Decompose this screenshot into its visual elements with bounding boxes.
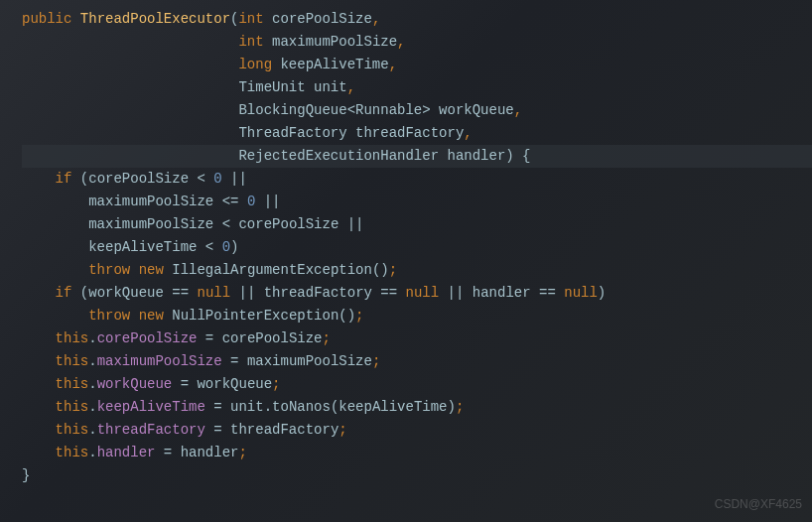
param: corePoolSize: [272, 11, 372, 27]
keyword-int: int: [238, 34, 263, 50]
field: corePoolSize: [97, 330, 198, 346]
type: ThreadFactory: [238, 125, 346, 141]
field: workQueue: [97, 376, 173, 392]
param: maximumPoolSize: [272, 34, 397, 50]
keyword-this: this: [56, 422, 89, 438]
keyword-if: if: [56, 171, 72, 187]
keyword-this: this: [56, 376, 89, 392]
keyword-public: public: [22, 11, 71, 27]
type: RejectedExecutionHandler: [238, 148, 439, 164]
number: 0: [213, 171, 221, 187]
keyword-null: null: [406, 285, 440, 301]
var: corePoolSize: [222, 330, 323, 346]
var: threadFactory: [264, 285, 372, 301]
keyword-throw: throw: [88, 262, 130, 278]
var: handler: [181, 445, 239, 460]
number: 0: [222, 239, 230, 255]
param: keepAliveTime: [280, 57, 388, 72]
keyword-int: int: [238, 11, 263, 27]
var: maximumPoolSize: [247, 353, 372, 369]
type: TimeUnit: [238, 79, 305, 95]
var: threadFactory: [230, 422, 338, 438]
keyword-throw: throw: [88, 308, 130, 324]
keyword-this: this: [56, 445, 89, 460]
param: workQueue: [439, 102, 514, 118]
param: threadFactory: [355, 125, 464, 141]
keyword-this: this: [56, 353, 89, 369]
code-block: public ThreadPoolExecutor(int corePoolSi…: [22, 8, 812, 487]
var: keepAliveTime: [338, 399, 447, 415]
keyword-new: new: [139, 308, 164, 324]
var: unit: [230, 399, 264, 415]
type: Runnable: [355, 102, 422, 118]
keyword-this: this: [56, 330, 89, 346]
param: handler: [447, 148, 505, 164]
var: maximumPoolSize: [88, 194, 213, 209]
keyword-null: null: [197, 285, 230, 301]
exception: NullPointerException: [172, 308, 338, 324]
field: threadFactory: [97, 422, 205, 438]
var: corePoolSize: [88, 171, 189, 187]
field: keepAliveTime: [97, 399, 205, 415]
keyword-this: this: [56, 399, 89, 415]
number: 0: [247, 194, 255, 209]
field: maximumPoolSize: [97, 353, 222, 369]
param: unit: [314, 79, 347, 95]
keyword-new: new: [139, 262, 164, 278]
var: corePoolSize: [238, 216, 338, 232]
method-name: ThreadPoolExecutor: [80, 11, 230, 27]
var: handler: [473, 285, 531, 301]
exception: IllegalArgumentException: [172, 262, 372, 278]
keyword-if: if: [56, 285, 72, 301]
var: workQueue: [197, 376, 272, 392]
type: BlockingQueue: [238, 102, 346, 118]
field: handler: [97, 445, 156, 460]
keyword-long: long: [238, 57, 272, 72]
watermark: CSDN@XF4625: [715, 493, 802, 516]
method-call: toNanos: [272, 399, 331, 415]
var: workQueue: [88, 285, 164, 301]
keyword-null: null: [564, 285, 598, 301]
var: keepAliveTime: [88, 239, 197, 255]
var: maximumPoolSize: [88, 216, 213, 232]
